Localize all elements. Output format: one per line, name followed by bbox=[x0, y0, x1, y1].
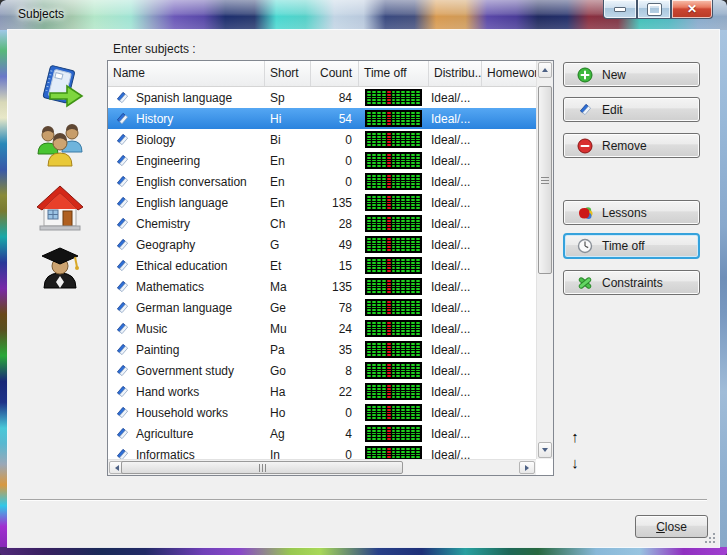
table-row[interactable]: MathematicsMa135Ideal/... bbox=[108, 276, 536, 297]
edit-button[interactable]: Edit bbox=[563, 97, 700, 122]
timeoff-cell bbox=[359, 194, 429, 211]
green-x-icon bbox=[577, 275, 593, 291]
subject-name: Ethical education bbox=[136, 259, 227, 273]
table-row[interactable]: Ethical educationEt15Ideal/... bbox=[108, 255, 536, 276]
subject-book-icon bbox=[115, 153, 130, 168]
subject-name-cell: Geography bbox=[108, 237, 265, 252]
timeoff-cell bbox=[359, 215, 429, 232]
table-row[interactable]: PaintingPa35Ideal/... bbox=[108, 339, 536, 360]
horizontal-scrollbar[interactable] bbox=[108, 459, 536, 475]
subject-book-icon bbox=[115, 90, 130, 105]
table-row[interactable]: Hand worksHa22Ideal/... bbox=[108, 381, 536, 402]
move-down-button[interactable]: ↓ bbox=[564, 454, 586, 472]
close-button-label: Close bbox=[656, 520, 687, 534]
horizontal-scrollbar-thumb[interactable] bbox=[121, 461, 403, 474]
table-row[interactable]: EngineeringEn0Ideal/... bbox=[108, 150, 536, 171]
subject-count: 35 bbox=[311, 343, 359, 357]
subject-short: Ch bbox=[265, 217, 311, 231]
new-button[interactable]: New bbox=[563, 62, 700, 87]
table-row[interactable]: Spanish languageSp84Ideal/... bbox=[108, 87, 536, 108]
subject-count: 28 bbox=[311, 217, 359, 231]
subject-book-icon bbox=[115, 216, 130, 231]
subject-name: Government study bbox=[136, 364, 234, 378]
house-icon[interactable] bbox=[34, 182, 86, 234]
table-row[interactable]: ChemistryCh28Ideal/... bbox=[108, 213, 536, 234]
lessons-blob-icon bbox=[577, 205, 593, 221]
book-icon bbox=[577, 102, 593, 118]
subject-short: En bbox=[265, 196, 311, 210]
subject-name-cell: Informatics bbox=[108, 447, 265, 459]
timeoff-grid bbox=[365, 194, 422, 211]
column-header-name[interactable]: Name bbox=[108, 61, 265, 86]
scroll-down-button[interactable] bbox=[538, 442, 552, 458]
timeoff-cell bbox=[359, 110, 429, 127]
people-group-icon[interactable] bbox=[34, 120, 86, 172]
subjects-window: Subjects ✕ Enter subjects : bbox=[0, 0, 727, 555]
remove-button[interactable]: Remove bbox=[563, 133, 700, 158]
subject-book-icon bbox=[115, 342, 130, 357]
scroll-right-button[interactable] bbox=[519, 461, 535, 474]
table-row[interactable]: HistoryHi54Ideal/... bbox=[108, 108, 536, 129]
subject-distribution: Ideal/... bbox=[429, 406, 482, 420]
minimize-button[interactable] bbox=[603, 0, 637, 19]
constraints-button-label: Constraints bbox=[602, 276, 663, 290]
subject-short: Ho bbox=[265, 406, 311, 420]
subject-count: 0 bbox=[311, 406, 359, 420]
column-header-short[interactable]: Short bbox=[265, 61, 311, 86]
timeoff-cell bbox=[359, 425, 429, 442]
subject-short: Et bbox=[265, 259, 311, 273]
scroll-up-button[interactable] bbox=[538, 62, 552, 78]
subject-name: Geography bbox=[136, 238, 195, 252]
subject-name-cell: Spanish language bbox=[108, 90, 265, 105]
plus-circle-icon bbox=[577, 67, 593, 83]
table-row[interactable]: InformaticsIn0Ideal/... bbox=[108, 444, 536, 459]
time-off-button-label: Time off bbox=[602, 239, 645, 253]
subject-distribution: Ideal/... bbox=[429, 91, 482, 105]
lessons-button[interactable]: Lessons bbox=[563, 200, 700, 225]
move-up-button[interactable]: ↑ bbox=[564, 428, 586, 446]
column-header-time-off[interactable]: Time off bbox=[359, 61, 429, 86]
constraints-button[interactable]: Constraints bbox=[563, 270, 700, 295]
subject-name-cell: Hand works bbox=[108, 384, 265, 399]
graduate-icon[interactable] bbox=[34, 240, 86, 292]
subject-name-cell: Ethical education bbox=[108, 258, 265, 273]
resize-grip[interactable] bbox=[705, 533, 716, 544]
subject-name: Spanish language bbox=[136, 91, 232, 105]
timeoff-grid bbox=[365, 236, 422, 253]
timeoff-cell bbox=[359, 404, 429, 421]
close-window-button[interactable]: ✕ bbox=[671, 0, 713, 19]
subject-name: Informatics bbox=[136, 448, 195, 460]
subject-distribution: Ideal/... bbox=[429, 175, 482, 189]
subject-book-icon bbox=[115, 111, 130, 126]
subject-book-icon bbox=[115, 447, 130, 459]
subject-short: Ge bbox=[265, 301, 311, 315]
timeoff-grid bbox=[365, 110, 422, 127]
table-row[interactable]: MusicMu24Ideal/... bbox=[108, 318, 536, 339]
subject-count: 54 bbox=[311, 112, 359, 126]
column-header-homewor[interactable]: Homewor bbox=[482, 61, 536, 86]
subject-name: English conversation bbox=[136, 175, 247, 189]
column-header-count[interactable]: Count bbox=[311, 61, 359, 86]
time-off-button[interactable]: Time off bbox=[563, 233, 700, 259]
subject-name: Biology bbox=[136, 133, 175, 147]
table-row[interactable]: German languageGe78Ideal/... bbox=[108, 297, 536, 318]
maximize-button[interactable] bbox=[637, 0, 671, 19]
vertical-scrollbar-thumb[interactable] bbox=[538, 86, 552, 274]
table-row[interactable]: Government studyGo8Ideal/... bbox=[108, 360, 536, 381]
subject-count: 0 bbox=[311, 133, 359, 147]
table-row[interactable]: Household worksHo0Ideal/... bbox=[108, 402, 536, 423]
timeoff-grid bbox=[365, 341, 422, 358]
timeoff-cell bbox=[359, 257, 429, 274]
subject-distribution: Ideal/... bbox=[429, 217, 482, 231]
table-row[interactable]: GeographyG49Ideal/... bbox=[108, 234, 536, 255]
table-row[interactable]: AgricultureAg4Ideal/... bbox=[108, 423, 536, 444]
table-row[interactable]: English languageEn135Ideal/... bbox=[108, 192, 536, 213]
vertical-scrollbar[interactable] bbox=[536, 61, 553, 459]
subject-short: G bbox=[265, 238, 311, 252]
subjects-book-arrow-icon[interactable] bbox=[34, 64, 86, 116]
close-button[interactable]: Close bbox=[635, 515, 708, 538]
column-header-distribu-[interactable]: Distribu... bbox=[429, 61, 482, 86]
table-row[interactable]: English conversationEn0Ideal/... bbox=[108, 171, 536, 192]
table-row[interactable]: BiologyBi0Ideal/... bbox=[108, 129, 536, 150]
subject-book-icon bbox=[115, 132, 130, 147]
